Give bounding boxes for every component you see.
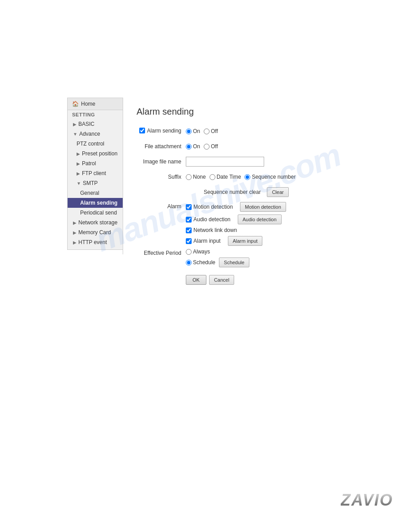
sidebar-item-patrol[interactable]: ▶ Patrol: [68, 159, 123, 168]
network-storage-label: Network storage: [78, 219, 117, 226]
suffix-datetime-label[interactable]: Date Time: [210, 174, 241, 180]
action-controls: OK Cancel: [186, 275, 234, 285]
suffix-row: Suffix None Date Time Sequence number: [137, 172, 398, 182]
alarm-input-button[interactable]: Alarm input: [228, 236, 263, 246]
memory-card-arrow-icon: ▶: [73, 230, 77, 235]
http-event-arrow-icon: ▶: [73, 240, 77, 245]
memory-card-label: Memory Card: [78, 229, 111, 236]
file-attachment-controls: On Off: [186, 143, 218, 150]
file-attachment-label: File attachment: [137, 143, 186, 150]
image-file-name-input[interactable]: [186, 157, 264, 167]
sidebar-item-http-event[interactable]: ▶ HTTP event: [68, 237, 123, 247]
preset-label: Preset position: [82, 150, 117, 157]
schedule-button[interactable]: Schedule: [219, 257, 249, 267]
motion-detection-checkbox-label[interactable]: Motion detection: [186, 204, 233, 210]
network-link-down-checkbox[interactable]: [186, 227, 192, 233]
sidebar-item-alarm-sending[interactable]: Alarm sending: [68, 198, 123, 208]
audio-detection-checkbox-label[interactable]: Audio detection: [186, 216, 231, 223]
ftp-label: FTP client: [82, 170, 106, 176]
alarm-output-label: Alarm output: [77, 249, 107, 250]
sidebar-home[interactable]: 🏠 Home: [68, 98, 123, 110]
form-container: Alarm sending On Off File attachment: [137, 126, 398, 285]
seq-clear-row: Sequence number clear Clear: [137, 187, 398, 197]
suffix-sequence-radio[interactable]: [244, 174, 250, 180]
motion-detection-button[interactable]: Motion detection: [240, 202, 286, 212]
sidebar-item-preset-position[interactable]: ▶ Preset position: [68, 149, 123, 159]
sidebar-item-general[interactable]: General: [68, 188, 123, 198]
sidebar-item-smtp[interactable]: ▼ SMTP: [68, 178, 123, 188]
sidebar-item-memory-card[interactable]: ▶ Memory Card: [68, 227, 123, 237]
alarm-off-radio-label[interactable]: Off: [204, 128, 218, 134]
action-buttons-row: OK Cancel: [137, 275, 398, 285]
suffix-none-label[interactable]: None: [186, 174, 206, 180]
main-content: Alarm sending Alarm sending On Off: [123, 98, 411, 299]
alarm-on-radio[interactable]: [186, 129, 192, 134]
sidebar-item-ftp-client[interactable]: ▶ FTP client: [68, 168, 123, 178]
file-off-radio-label[interactable]: Off: [204, 143, 218, 150]
schedule-radio[interactable]: [186, 260, 192, 266]
http-event-label: HTTP event: [78, 239, 107, 245]
general-label: General: [80, 190, 99, 196]
image-file-name-controls: [186, 157, 264, 167]
patrol-arrow-icon: ▶: [77, 161, 80, 166]
advance-label: Advance: [79, 131, 100, 137]
ok-button[interactable]: OK: [186, 275, 206, 285]
alarm-off-radio[interactable]: [204, 129, 210, 134]
network-link-down-checkbox-label[interactable]: Network link down: [186, 227, 237, 233]
schedule-radio-label[interactable]: Schedule: [186, 259, 215, 266]
alarm-label: Alarm: [137, 202, 186, 210]
alarm-sending-label: Alarm sending: [137, 128, 186, 135]
alarm-input-checkbox-label[interactable]: Alarm input: [186, 238, 221, 244]
suffix-controls: None Date Time Sequence number: [186, 174, 295, 180]
motion-detection-checkbox[interactable]: [186, 204, 192, 210]
ftp-arrow-icon: ▶: [77, 171, 80, 176]
sidebar-item-alarm-output[interactable]: Alarm output: [68, 247, 123, 250]
setting-label: SETTING: [68, 110, 123, 119]
always-radio-label[interactable]: Always: [186, 249, 249, 255]
effective-period-controls: Always Schedule Schedule: [186, 249, 249, 267]
image-file-name-label: Image file name: [137, 159, 186, 165]
effective-period-label: Effective Period: [137, 249, 186, 256]
alarm-sending-nav-label: Alarm sending: [80, 200, 117, 206]
clear-button[interactable]: Clear: [267, 187, 288, 197]
network-link-down-row: Network link down: [186, 227, 286, 233]
image-file-name-row: Image file name: [137, 156, 398, 167]
audio-detection-checkbox[interactable]: [186, 217, 192, 223]
suffix-sequence-label[interactable]: Sequence number: [244, 174, 295, 180]
alarm-input-row: Alarm input Alarm input: [186, 236, 286, 246]
sidebar-item-network-storage[interactable]: ▶ Network storage: [68, 218, 123, 227]
smtp-label: SMTP: [83, 180, 98, 186]
periodical-label: Periodical send: [80, 210, 117, 216]
sidebar-item-basic[interactable]: ▶ BASIC: [68, 119, 123, 129]
sidebar-item-ptz-control[interactable]: PTZ control: [68, 139, 123, 149]
motion-detection-row: Motion detection Motion detection: [186, 202, 286, 212]
effective-period-row: Effective Period Always Schedule Schedul…: [137, 249, 398, 267]
alarm-checkboxes: Motion detection Motion detection Audio …: [186, 202, 286, 246]
alarm-row: Alarm Motion detection Motion detection …: [137, 202, 398, 246]
basic-label: BASIC: [78, 121, 94, 127]
suffix-none-radio[interactable]: [186, 174, 192, 180]
file-on-radio[interactable]: [186, 144, 192, 150]
suffix-label: Suffix: [137, 174, 186, 180]
alarm-sending-checkbox[interactable]: [139, 128, 145, 133]
always-radio[interactable]: [186, 249, 192, 255]
alarm-sending-controls: On Off: [186, 128, 218, 134]
audio-detection-button[interactable]: Audio detection: [238, 215, 282, 224]
basic-arrow-icon: ▶: [73, 122, 77, 127]
schedule-row: Schedule Schedule: [186, 257, 249, 267]
suffix-datetime-radio[interactable]: [210, 174, 215, 180]
audio-detection-row: Audio detection Audio detection: [186, 215, 286, 224]
file-off-radio[interactable]: [204, 144, 210, 150]
smtp-arrow-icon: ▼: [77, 181, 81, 186]
alarm-input-checkbox[interactable]: [186, 238, 192, 244]
file-on-radio-label[interactable]: On: [186, 143, 200, 150]
file-attachment-row: File attachment On Off: [137, 141, 398, 152]
alarm-on-radio-label[interactable]: On: [186, 128, 200, 134]
cancel-button[interactable]: Cancel: [209, 275, 234, 285]
sidebar-item-periodical-send[interactable]: Periodical send: [68, 208, 123, 218]
zavio-logo: ZAVIO: [341, 491, 393, 510]
home-label: Home: [81, 101, 95, 107]
preset-arrow-icon: ▶: [77, 151, 80, 156]
seq-clear-controls: Sequence number clear Clear: [186, 187, 289, 197]
sidebar-item-advance[interactable]: ▼ Advance: [68, 129, 123, 139]
